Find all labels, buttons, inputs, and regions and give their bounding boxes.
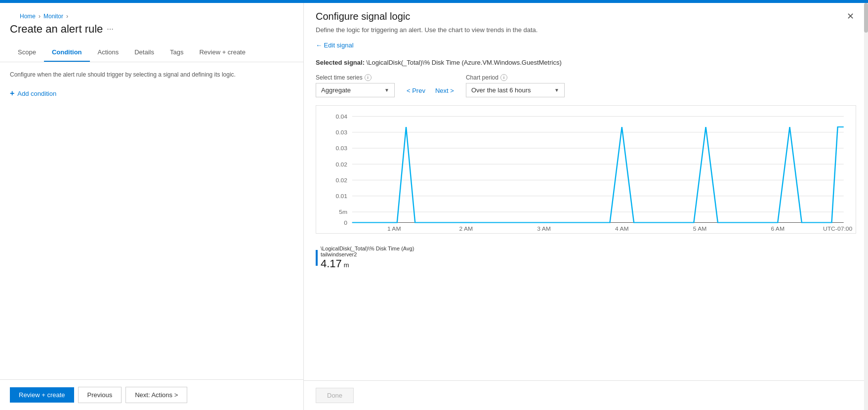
add-condition-button[interactable]: + Add condition [10, 87, 56, 100]
main-layout: Home › Monitor › Create an alert rule ··… [0, 3, 868, 410]
time-series-value: Aggregate [321, 86, 351, 94]
tab-tags[interactable]: Tags [162, 43, 191, 62]
legend-item: \LogicalDisk(_Total)\% Disk Time (Avg) t… [316, 246, 856, 270]
right-footer: Done [304, 380, 868, 410]
svg-text:1 AM: 1 AM [387, 226, 401, 231]
tab-scope[interactable]: Scope [10, 43, 44, 62]
breadcrumb-sep1: › [39, 13, 41, 20]
breadcrumb: Home › Monitor › [10, 8, 293, 23]
chart-period-group: Chart period i Over the last 6 hours ▼ [466, 74, 565, 97]
chart-legend: \LogicalDisk(_Total)\% Disk Time (Avg) t… [304, 242, 868, 272]
selected-signal-value: \LogicalDisk(_Total)\% Disk Time (Azure.… [367, 59, 562, 66]
chart-period-value: Over the last 6 hours [471, 86, 531, 94]
svg-text:0.02: 0.02 [335, 162, 347, 167]
svg-text:UTC-07:00: UTC-07:00 [823, 226, 852, 231]
breadcrumb-sep2: › [66, 13, 68, 20]
chart-period-dropdown[interactable]: Over the last 6 hours ▼ [466, 83, 565, 97]
done-button[interactable]: Done [316, 388, 354, 403]
breadcrumb-monitor[interactable]: Monitor [43, 13, 63, 20]
edit-signal-label: ← Edit signal [316, 41, 354, 49]
legend-line2: tailwindserver2 [321, 251, 414, 257]
legend-line1: \LogicalDisk(_Total)\% Disk Time (Avg) [321, 246, 414, 251]
prev-next-nav: < Prev Next > [405, 74, 456, 96]
svg-text:0.01: 0.01 [335, 194, 347, 199]
chart-area: 0.04 0.03 0.03 0.02 0.02 0.01 5m 0 1 AM … [316, 105, 856, 234]
legend-text-group: \LogicalDisk(_Total)\% Disk Time (Avg) t… [321, 246, 414, 270]
prev-button[interactable]: < Prev [405, 85, 427, 96]
svg-text:2 AM: 2 AM [459, 226, 473, 231]
legend-unit: m [344, 261, 349, 269]
left-content: Configure when the alert rule should tri… [0, 62, 303, 379]
right-panel: Configure signal logic ✕ Define the logi… [304, 3, 868, 410]
tab-details[interactable]: Details [126, 43, 162, 62]
tab-description: Configure when the alert rule should tri… [10, 70, 293, 79]
next-actions-button[interactable]: Next: Actions > [125, 387, 187, 403]
svg-text:6 AM: 6 AM [771, 226, 785, 231]
svg-text:5m: 5m [339, 209, 347, 215]
legend-value: 4.17 m [321, 257, 414, 270]
close-button[interactable]: ✕ [845, 11, 856, 22]
review-create-button[interactable]: Review + create [10, 387, 74, 403]
time-series-group: Select time series i Aggregate ▼ [316, 74, 395, 97]
svg-text:0: 0 [344, 220, 347, 225]
chevron-down-icon: ▼ [384, 87, 389, 93]
page-title-row: Create an alert rule ··· [10, 23, 293, 43]
signal-controls: Select time series i Aggregate ▼ < Prev … [304, 74, 868, 97]
chart-period-chevron-icon: ▼ [554, 87, 559, 93]
chart-period-label: Chart period i [466, 74, 565, 81]
previous-button[interactable]: Previous [78, 387, 122, 403]
selected-signal-label: Selected signal: [316, 59, 365, 66]
plus-icon: + [10, 89, 14, 98]
tab-actions[interactable]: Actions [90, 43, 127, 62]
panel-description: Define the logic for triggering an alert… [304, 26, 868, 40]
left-header: Home › Monitor › Create an alert rule ··… [0, 3, 303, 43]
selected-signal: Selected signal: \LogicalDisk(_Total)\% … [304, 55, 868, 74]
tabs-nav: Scope Condition Actions Details Tags Rev… [0, 43, 303, 62]
scrollbar-track [864, 3, 868, 410]
tab-condition[interactable]: Condition [44, 43, 90, 62]
next-button[interactable]: Next > [433, 85, 456, 96]
time-series-dropdown[interactable]: Aggregate ▼ [316, 83, 395, 97]
left-footer: Review + create Previous Next: Actions > [0, 379, 303, 410]
svg-text:4 AM: 4 AM [615, 226, 629, 231]
edit-signal-link[interactable]: ← Edit signal [304, 40, 868, 55]
svg-text:3 AM: 3 AM [537, 226, 551, 231]
svg-text:5 AM: 5 AM [693, 226, 707, 231]
svg-text:0.03: 0.03 [335, 146, 347, 151]
svg-text:0.02: 0.02 [335, 177, 347, 183]
panel-title: Configure signal logic [316, 11, 410, 22]
scrollbar-thumb[interactable] [864, 3, 868, 33]
right-header: Configure signal logic ✕ [304, 3, 868, 26]
time-series-label: Select time series i [316, 74, 395, 81]
chart-svg: 0.04 0.03 0.03 0.02 0.02 0.01 5m 0 1 AM … [316, 106, 856, 233]
legend-color-bar [316, 250, 318, 266]
ellipsis-button[interactable]: ··· [107, 25, 113, 34]
add-condition-label: Add condition [17, 90, 56, 97]
page-title: Create an alert rule [10, 23, 103, 36]
chart-period-info-icon: i [500, 74, 507, 81]
svg-text:0.04: 0.04 [335, 114, 347, 119]
left-panel: Home › Monitor › Create an alert rule ··… [0, 3, 304, 410]
breadcrumb-home[interactable]: Home [20, 13, 36, 20]
svg-text:0.03: 0.03 [335, 130, 347, 135]
time-series-info-icon: i [365, 74, 372, 81]
tab-review-create[interactable]: Review + create [191, 43, 253, 62]
